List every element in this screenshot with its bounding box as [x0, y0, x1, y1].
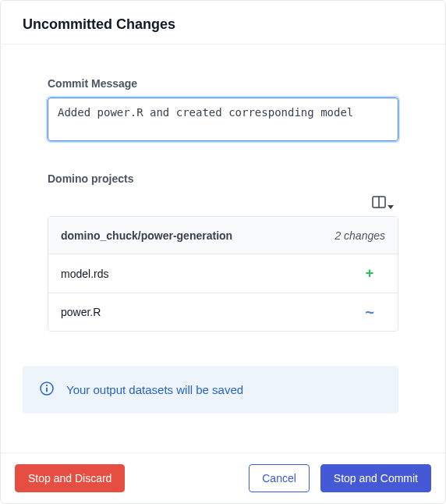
- projects-section: Domino projects domino_chuc: [48, 172, 398, 332]
- info-icon: [40, 382, 54, 398]
- modal-footer: Stop and Discard Cancel Stop and Commit: [1, 453, 445, 503]
- svg-rect-4: [46, 388, 48, 392]
- stop-and-discard-button[interactable]: Stop and Discard: [15, 464, 125, 492]
- file-name: power.R: [61, 306, 101, 318]
- modal-body: Commit Message Domino projects: [1, 44, 445, 453]
- changes-table: domino_chuck/power-generation 2 changes …: [48, 216, 398, 332]
- footer-right-group: Cancel Stop and Commit: [249, 464, 431, 492]
- columns-picker-button[interactable]: [372, 196, 394, 211]
- stop-and-commit-button[interactable]: Stop and Commit: [320, 464, 431, 492]
- info-banner-text: Your output datasets will be saved: [66, 383, 243, 396]
- table-row[interactable]: model.rds +: [48, 254, 398, 293]
- commit-message-input[interactable]: [48, 98, 398, 141]
- chevron-down-icon: [388, 199, 394, 213]
- changes-count: 2 changes: [334, 229, 385, 242]
- repo-header-row[interactable]: domino_chuck/power-generation 2 changes: [48, 217, 398, 254]
- columns-icon: [372, 196, 386, 211]
- status-modified-icon: ~: [354, 307, 385, 317]
- file-name: model.rds: [61, 268, 108, 280]
- svg-point-3: [46, 385, 48, 386]
- table-row[interactable]: power.R ~: [48, 293, 398, 331]
- cancel-button[interactable]: Cancel: [249, 464, 310, 492]
- table-toolbar: [48, 196, 398, 211]
- repo-name: domino_chuck/power-generation: [61, 229, 232, 242]
- info-banner: Your output datasets will be saved: [23, 366, 398, 413]
- status-added-icon: +: [354, 265, 385, 282]
- uncommitted-changes-modal: Uncommitted Changes Commit Message Domin…: [0, 0, 446, 504]
- commit-message-label: Commit Message: [48, 77, 398, 90]
- modal-header: Uncommitted Changes: [1, 1, 445, 44]
- projects-label: Domino projects: [48, 172, 398, 185]
- modal-title: Uncommitted Changes: [23, 16, 423, 33]
